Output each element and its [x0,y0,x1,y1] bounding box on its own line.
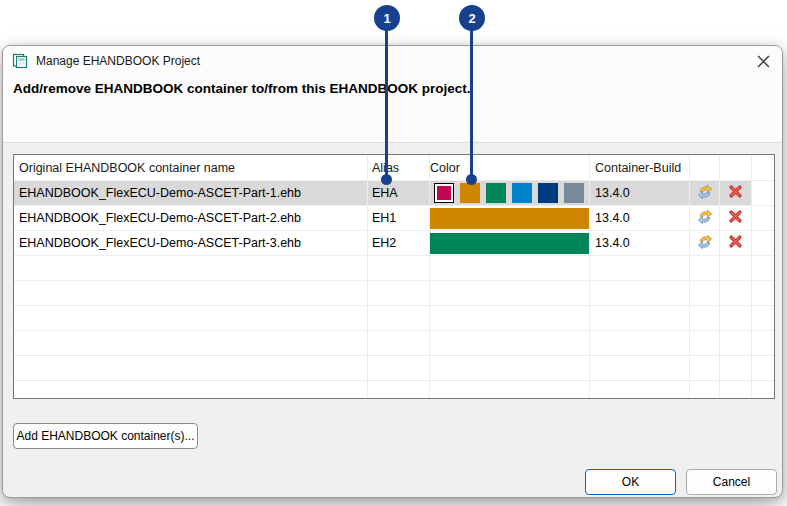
callout-badge-2: 2 [459,5,485,31]
container-build-cell: 13.4.0 [590,181,690,205]
row-color-bar[interactable] [430,233,589,254]
empty-table-row [14,306,774,331]
filler-cell [752,231,774,255]
sync-cell[interactable] [690,231,720,255]
window-title: Manage EHANDBOOK Project [36,54,200,68]
add-container-button[interactable]: Add EHANDBOOK container(s)... [13,423,198,449]
container-build-cell: 13.4.0 [590,206,690,230]
empty-table-row [14,381,774,399]
sync-cell[interactable] [690,181,720,205]
row-color-bar[interactable] [430,208,589,229]
selected-color-fill [437,186,451,200]
color-swatch[interactable] [486,183,506,203]
color-swatch[interactable] [460,183,480,203]
alias-cell[interactable]: EH1 [368,206,430,230]
sync-cell[interactable] [690,206,720,230]
table-row[interactable]: EHANDBOOK_FlexECU-Demo-ASCET-Part-1.ehb … [14,181,774,206]
empty-table-row [14,356,774,381]
sync-refresh-icon [697,209,713,228]
dialog-header-area: Manage EHANDBOOK Project Add/remove EHAN… [3,46,782,143]
delete-cell[interactable] [720,206,752,230]
header-container-build: Container-Build [590,155,690,180]
color-swatch[interactable] [538,183,558,203]
table-row[interactable]: EHANDBOOK_FlexECU-Demo-ASCET-Part-3.ehb … [14,231,774,256]
delete-cell[interactable] [720,181,752,205]
ehandbook-app-icon [12,53,28,69]
sync-refresh-icon [697,234,713,253]
delete-x-icon [728,209,743,227]
title-bar[interactable]: Manage EHANDBOOK Project [3,46,782,76]
header-color: Color [430,155,590,180]
alias-cell[interactable]: EHA [368,181,430,205]
empty-table-row [14,256,774,281]
container-table: Original EHANDBOOK container name Alias … [13,154,775,399]
dialog-description: Add/remove EHANDBOOK container to/from t… [13,81,471,96]
header-filler-column [752,155,774,180]
ok-button[interactable]: OK [585,469,676,495]
color-swatch-selected[interactable] [434,183,454,203]
callout-badge-1: 1 [374,5,400,31]
delete-cell[interactable] [720,231,752,255]
table-row[interactable]: EHANDBOOK_FlexECU-Demo-ASCET-Part-2.ehb … [14,206,774,231]
container-name-cell[interactable]: EHANDBOOK_FlexECU-Demo-ASCET-Part-3.ehb [14,231,368,255]
filler-cell [752,181,774,205]
callout-line-2 [470,18,473,180]
empty-table-row [14,281,774,306]
callout-dot-2 [466,174,477,185]
header-original-name: Original EHANDBOOK container name [14,155,368,180]
alias-cell[interactable]: EH2 [368,231,430,255]
delete-x-icon [728,184,743,202]
color-swatch[interactable] [564,183,584,203]
container-name-cell[interactable]: EHANDBOOK_FlexECU-Demo-ASCET-Part-2.ehb [14,206,368,230]
color-palette [430,183,584,203]
color-cell[interactable] [430,231,590,255]
manage-ehandbook-dialog: Manage EHANDBOOK Project Add/remove EHAN… [2,45,783,498]
close-icon [757,55,770,71]
empty-table-row [14,331,774,356]
callout-dot-1 [381,174,392,185]
callout-line-1 [385,18,388,180]
filler-cell [752,206,774,230]
sync-refresh-icon [697,184,713,203]
header-delete-column [720,155,752,180]
color-cell[interactable] [430,181,590,205]
table-header-row: Original EHANDBOOK container name Alias … [14,155,774,181]
color-swatch[interactable] [512,183,532,203]
delete-x-icon [728,234,743,252]
color-cell[interactable] [430,206,590,230]
header-alias: Alias [368,155,430,180]
container-build-cell: 13.4.0 [590,231,690,255]
header-sync-column [690,155,720,180]
cancel-button[interactable]: Cancel [686,469,777,495]
close-button[interactable] [752,52,774,74]
container-name-cell[interactable]: EHANDBOOK_FlexECU-Demo-ASCET-Part-1.ehb [14,181,368,205]
